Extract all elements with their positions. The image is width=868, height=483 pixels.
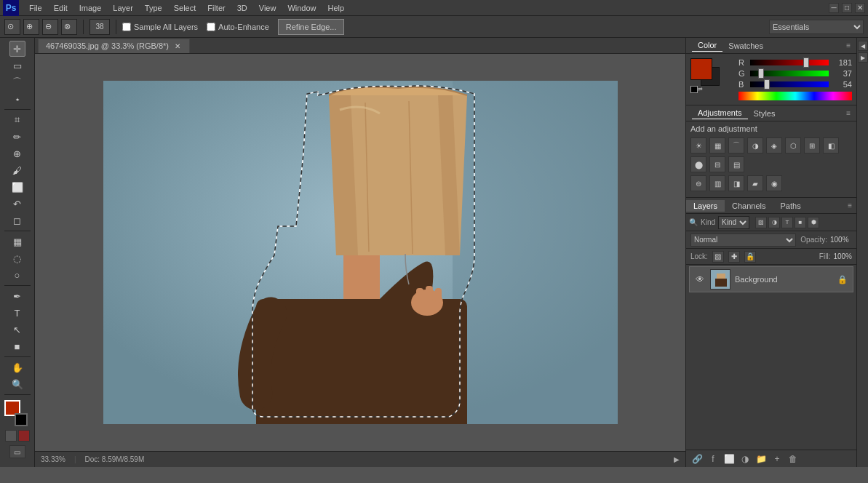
vibrance-adj-icon[interactable]: ◈ bbox=[766, 137, 782, 153]
huesat-adj-icon[interactable]: ⬡ bbox=[785, 137, 801, 153]
path-select[interactable]: ↖ bbox=[9, 322, 25, 338]
menu-help[interactable]: Help bbox=[322, 2, 351, 14]
refine-edge-button[interactable]: Refine Edge... bbox=[278, 19, 345, 35]
history-brush[interactable]: ↶ bbox=[9, 196, 25, 212]
menu-image[interactable]: Image bbox=[73, 2, 108, 14]
standard-mode[interactable] bbox=[5, 430, 17, 442]
new-layer-button[interactable]: + bbox=[771, 452, 784, 466]
filter-smart-icon[interactable]: ⬢ bbox=[808, 217, 819, 228]
brush-tool[interactable]: 🖌 bbox=[9, 162, 25, 178]
swap-colors-icon[interactable]: ⇄ bbox=[698, 86, 705, 90]
menu-edit[interactable]: Edit bbox=[48, 2, 73, 14]
filter-pixel-icon[interactable]: ▨ bbox=[755, 217, 767, 228]
minimize-button[interactable]: ─ bbox=[829, 3, 839, 13]
layer-link-button[interactable]: 🔗 bbox=[690, 452, 704, 466]
layer-fx-button[interactable]: f bbox=[706, 452, 720, 466]
kind-select[interactable]: Kind bbox=[718, 216, 749, 229]
curves-adj-icon[interactable]: ⌒ bbox=[728, 137, 744, 153]
play-button[interactable]: ▶ bbox=[674, 455, 680, 463]
channelmixer-adj-icon[interactable]: ⊟ bbox=[709, 156, 725, 172]
brightness-adj-icon[interactable]: ☀ bbox=[690, 137, 706, 153]
gradient-tool[interactable]: ▦ bbox=[9, 233, 25, 250]
magic-wand-tool[interactable]: ⋆ bbox=[9, 91, 25, 107]
sample-all-layers-checkbox[interactable]: Sample All Layers bbox=[122, 23, 198, 31]
b-thumb[interactable] bbox=[764, 79, 770, 89]
lock-all-icon[interactable]: 🔒 bbox=[744, 251, 756, 263]
screen-mode-button[interactable]: ▭ bbox=[9, 445, 25, 458]
auto-enhance-checkbox[interactable]: Auto-Enhance bbox=[207, 23, 269, 31]
hand-tool[interactable]: ✋ bbox=[9, 359, 25, 375]
selection-tool[interactable]: ▭ bbox=[9, 57, 25, 73]
filter-adjust-icon[interactable]: ◑ bbox=[768, 217, 780, 228]
menu-3d[interactable]: 3D bbox=[231, 2, 253, 14]
close-button[interactable]: ✕ bbox=[855, 3, 865, 13]
lock-pixels-icon[interactable]: ▨ bbox=[712, 251, 724, 263]
tab-close-button[interactable]: ✕ bbox=[173, 41, 182, 50]
pen-tool[interactable]: ✒ bbox=[9, 288, 25, 304]
screen-mode-icon[interactable]: ▭ bbox=[9, 445, 25, 458]
photofilter-adj-icon[interactable]: ⬤ bbox=[690, 156, 706, 172]
text-tool[interactable]: T bbox=[9, 305, 25, 321]
menu-view[interactable]: View bbox=[253, 2, 282, 14]
filter-type-icon[interactable]: T bbox=[781, 217, 793, 228]
layers-panel-options[interactable]: ≡ bbox=[848, 201, 856, 209]
layer-visibility-toggle[interactable]: 👁 bbox=[694, 274, 706, 285]
filter-shape-icon[interactable]: ■ bbox=[795, 217, 806, 228]
adjustments-tab[interactable]: Adjustments bbox=[692, 107, 748, 119]
paths-tab[interactable]: Paths bbox=[773, 200, 808, 212]
move-tool[interactable]: ✛ bbox=[9, 41, 25, 57]
tool-mode-3[interactable]: ⊖ bbox=[42, 19, 58, 35]
threshold-adj-icon[interactable]: ◨ bbox=[728, 175, 744, 191]
healing-tool[interactable]: ⊕ bbox=[9, 145, 25, 161]
delete-layer-button[interactable]: 🗑 bbox=[787, 452, 800, 466]
quick-mask-mode[interactable] bbox=[18, 430, 30, 442]
colorbalance-adj-icon[interactable]: ⊞ bbox=[804, 137, 820, 153]
eyedropper-tool[interactable]: ✏ bbox=[9, 129, 25, 145]
menu-file[interactable]: File bbox=[23, 2, 48, 14]
sample-all-layers-input[interactable] bbox=[122, 23, 131, 31]
menu-filter[interactable]: Filter bbox=[202, 2, 231, 14]
blend-mode-select[interactable]: Normal bbox=[690, 233, 796, 247]
shape-tool[interactable]: ■ bbox=[9, 338, 25, 354]
menu-layer[interactable]: Layer bbox=[107, 2, 139, 14]
bw-adj-icon[interactable]: ◧ bbox=[823, 137, 839, 153]
menu-window[interactable]: Window bbox=[282, 2, 322, 14]
channels-tab[interactable]: Channels bbox=[725, 200, 773, 212]
invert-adj-icon[interactable]: ⊖ bbox=[690, 175, 706, 191]
posterize-adj-icon[interactable]: ▥ bbox=[709, 175, 725, 191]
maximize-button[interactable]: □ bbox=[842, 3, 852, 13]
styles-tab[interactable]: Styles bbox=[748, 108, 781, 119]
document-tab[interactable]: 467469035.jpg @ 33.3% (RGB/8*) ✕ bbox=[38, 39, 190, 53]
menu-type[interactable]: Type bbox=[139, 2, 168, 14]
canvas-container[interactable]: .selection-path { fill: none; stroke: wh… bbox=[35, 54, 685, 451]
tool-mode-1[interactable]: ⊙ bbox=[4, 19, 20, 35]
dodge-tool[interactable]: ○ bbox=[9, 267, 25, 283]
color-tab[interactable]: Color bbox=[692, 39, 722, 52]
clone-tool[interactable]: ⬜ bbox=[9, 179, 25, 195]
layer-adjustment-button[interactable]: ◑ bbox=[738, 452, 752, 466]
layers-tab[interactable]: Layers bbox=[686, 200, 725, 212]
color-panel-options[interactable]: ≡ bbox=[846, 41, 851, 49]
expand-panels-button[interactable]: ▶ bbox=[858, 52, 868, 63]
layer-folder-button[interactable]: 📁 bbox=[754, 452, 768, 466]
foreground-swatch[interactable] bbox=[690, 58, 712, 80]
collapse-panels-button[interactable]: ◀ bbox=[858, 41, 868, 51]
lasso-tool[interactable]: ⌒ bbox=[9, 74, 25, 90]
r-thumb[interactable] bbox=[803, 57, 809, 68]
crop-tool[interactable]: ⌗ bbox=[9, 112, 25, 128]
layer-item-background[interactable]: 👁 Background 🔒 bbox=[689, 266, 853, 292]
lock-position-icon[interactable]: ✚ bbox=[728, 251, 740, 263]
adj-panel-options[interactable]: ≡ bbox=[846, 109, 851, 117]
color-selector[interactable] bbox=[4, 400, 31, 426]
levels-adj-icon[interactable]: ▦ bbox=[709, 137, 725, 153]
auto-enhance-input[interactable] bbox=[207, 23, 215, 31]
tool-mode-4[interactable]: ⊗ bbox=[61, 19, 77, 35]
reset-colors-icon[interactable] bbox=[690, 86, 698, 93]
zoom-tool[interactable]: 🔍 bbox=[9, 376, 25, 392]
gradientmap-adj-icon[interactable]: ▰ bbox=[747, 175, 763, 191]
background-color[interactable] bbox=[15, 413, 28, 426]
eraser-tool[interactable]: ◻ bbox=[9, 212, 25, 228]
colorlookup-adj-icon[interactable]: ▤ bbox=[728, 156, 744, 172]
color-spectrum[interactable] bbox=[738, 92, 852, 100]
exposure-adj-icon[interactable]: ◑ bbox=[747, 137, 763, 153]
